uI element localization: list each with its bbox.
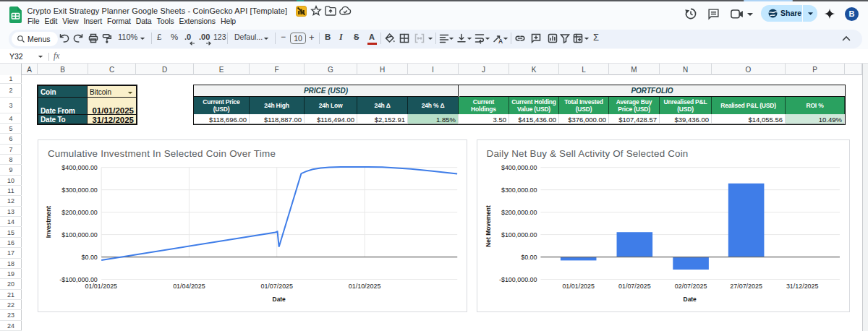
svg-text:$300,000.00: $300,000.00	[501, 186, 537, 194]
svg-text:Daily Net Buy & Sell Activity: Daily Net Buy & Sell Activity Of Selecte…	[487, 148, 689, 159]
svg-text:01/01/2025: 01/01/2025	[562, 283, 595, 290]
svg-text:Date: Date	[273, 296, 286, 303]
svg-text:Date: Date	[684, 296, 697, 303]
svg-text:$0.00: $0.00	[521, 254, 537, 261]
svg-text:-$100,000.00: -$100,000.00	[59, 276, 98, 283]
svg-text:31/12/2025: 31/12/2025	[786, 283, 819, 290]
svg-text:01/01/2025: 01/01/2025	[85, 283, 117, 290]
svg-text:Net Movement: Net Movement	[485, 205, 492, 247]
svg-text:Cumulative Investment In Selec: Cumulative Investment In Selected Coin O…	[48, 148, 276, 159]
svg-text:01/07/2025: 01/07/2025	[260, 283, 293, 290]
svg-text:$400,000.00: $400,000.00	[61, 164, 98, 171]
svg-text:$100,000.00: $100,000.00	[61, 231, 98, 238]
svg-text:Investment: Investment	[45, 206, 52, 238]
svg-text:01/07/2025: 01/07/2025	[618, 283, 651, 290]
svg-text:$200,000.00: $200,000.00	[61, 209, 98, 216]
svg-text:$200,000.00: $200,000.00	[501, 209, 537, 216]
svg-text:$0.00: $0.00	[82, 254, 98, 261]
svg-text:$300,000.00: $300,000.00	[61, 186, 98, 194]
svg-text:-$100,000.00: -$100,000.00	[499, 276, 537, 283]
svg-text:$400,000.00: $400,000.00	[501, 164, 537, 171]
svg-text:01/04/2025: 01/04/2025	[173, 283, 205, 290]
svg-text:27/07/2025: 27/07/2025	[730, 283, 762, 290]
svg-text:02/07/2025: 02/07/2025	[675, 283, 707, 290]
svg-text:01/10/2025: 01/10/2025	[349, 283, 381, 290]
svg-text:$100,000.00: $100,000.00	[501, 231, 537, 238]
